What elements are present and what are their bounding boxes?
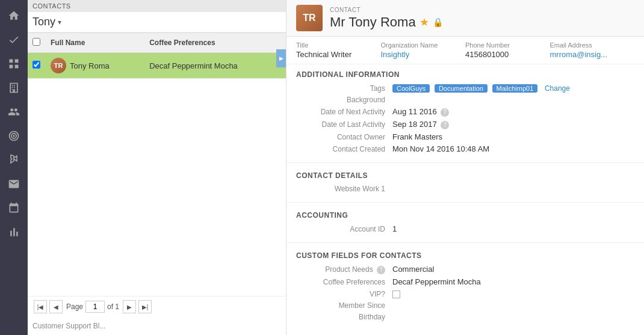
website-row: Website Work 1 xyxy=(296,185,634,193)
vip-row: VIP? xyxy=(296,289,634,298)
check-icon[interactable] xyxy=(3,29,25,51)
phone-value: 4156801000 xyxy=(465,50,550,59)
contact-created-label: Contact Created xyxy=(296,145,392,153)
list-title: Tony xyxy=(33,16,55,28)
contact-created-row: Contact Created Mon Nov 14 2016 10:48 AM xyxy=(296,144,634,153)
account-id-value: 1 xyxy=(392,224,634,233)
contact-full-name-detail: Mr Tony Roma xyxy=(330,14,416,30)
of-label: of 1 xyxy=(107,303,119,311)
title-value: Technical Writer xyxy=(296,50,381,59)
full-name-header: Full Name xyxy=(46,33,144,53)
target-icon[interactable] xyxy=(3,125,25,147)
bottom-links: Customer Support Bl... xyxy=(28,317,286,335)
chart-icon[interactable] xyxy=(3,221,25,243)
contacts-table-wrapper: Full Name Coffee Preferences TR Tony Rom… xyxy=(28,32,286,296)
last-page-button[interactable]: ▶| xyxy=(138,300,152,313)
contact-header-info: CONTACT Mr Tony Roma ★ 🔒 xyxy=(330,7,443,30)
accounting-section: ACCOUNTING Account ID 1 xyxy=(286,205,644,240)
row-checkbox[interactable] xyxy=(33,61,40,69)
list-title-row: Tony ▾ xyxy=(28,12,286,32)
tool-icon[interactable] xyxy=(3,149,25,171)
accounting-title: ACCOUNTING xyxy=(296,211,634,220)
select-all-checkbox[interactable] xyxy=(33,38,40,46)
avatar: TR xyxy=(51,58,66,73)
calendar-icon[interactable] xyxy=(3,197,25,219)
org-value[interactable]: Insightly xyxy=(381,50,466,59)
website-label: Website Work 1 xyxy=(296,185,392,193)
tag-mailchimp[interactable]: Mailchimp01 xyxy=(492,84,538,93)
contact-details-title: CONTACT DETAILS xyxy=(296,171,634,180)
product-needs-value: Commercial xyxy=(392,265,634,274)
next-activity-label: Date of Next Activity xyxy=(296,108,392,116)
coffee-preferences-label: Coffee Preferences xyxy=(296,278,392,286)
avatar-name-cell[interactable]: TR Tony Roma xyxy=(46,53,144,78)
table-header-row: Full Name Coffee Preferences xyxy=(28,33,286,53)
birthday-row: Birthday xyxy=(296,313,634,321)
grid-icon[interactable] xyxy=(3,53,25,75)
account-id-label: Account ID xyxy=(296,225,392,233)
account-id-row: Account ID 1 xyxy=(296,224,634,233)
pagination: |◀ ◀ Page of 1 ▶ ▶| xyxy=(28,296,286,317)
background-label: Background xyxy=(296,96,392,104)
home-icon[interactable] xyxy=(3,5,25,26)
org-field: Organization Name Insightly xyxy=(381,41,466,59)
tags-value: CoolGuys Documentation Mailchimp01 Chang… xyxy=(392,84,634,93)
additional-info-section: ADDITIONAL INFORMATION Tags CoolGuys Doc… xyxy=(286,64,644,160)
next-page-button[interactable]: ▶ xyxy=(123,300,136,313)
row-checkbox-cell[interactable] xyxy=(28,53,46,79)
page-number-input[interactable] xyxy=(85,301,105,313)
next-activity-value: Aug 11 2016 ? xyxy=(392,107,634,117)
contact-owner-value: Frank Masters xyxy=(392,132,634,141)
org-label: Organization Name xyxy=(381,41,466,49)
coffee-preferences-row: Coffee Preferences Decaf Peppermint Moch… xyxy=(296,277,634,286)
contact-owner-row: Contact Owner Frank Masters xyxy=(296,132,634,141)
background-row: Background xyxy=(296,96,634,104)
star-icon[interactable]: ★ xyxy=(420,16,429,29)
title-label: Title xyxy=(296,41,381,49)
contact-avatar: TR xyxy=(296,5,323,31)
mail-icon[interactable] xyxy=(3,173,25,195)
coffee-preferences-cell: Decaf Peppermint Mocha xyxy=(144,53,286,79)
expand-column-button[interactable]: ▶ xyxy=(276,49,286,67)
tags-change-button[interactable]: Change xyxy=(545,84,570,93)
product-needs-help-icon[interactable]: ? xyxy=(377,266,385,274)
select-all-checkbox-header[interactable] xyxy=(28,33,46,53)
page-label: Page xyxy=(66,303,83,311)
last-activity-help-icon[interactable]: ? xyxy=(441,121,449,129)
dropdown-arrow[interactable]: ▾ xyxy=(58,18,61,26)
email-field: Email Address mrroma@insig... xyxy=(550,41,635,59)
tag-documentation[interactable]: Documentation xyxy=(435,84,488,93)
contact-created-value: Mon Nov 14 2016 10:48 AM xyxy=(392,144,634,153)
member-since-label: Member Since xyxy=(296,301,392,310)
next-activity-help-icon[interactable]: ? xyxy=(441,108,449,117)
last-activity-label: Date of Last Activity xyxy=(296,120,392,129)
last-activity-value: Sep 18 2017 ? xyxy=(392,120,634,129)
contact-full-name: Tony Roma xyxy=(70,61,110,70)
vip-label: VIP? xyxy=(296,290,392,298)
list-panel: CONTACTS Tony ▾ Full Name Coffee Prefere… xyxy=(28,0,286,335)
prev-page-button[interactable]: ◀ xyxy=(49,300,63,313)
phone-field: Phone Number 4156801000 xyxy=(465,41,550,59)
first-page-button[interactable]: |◀ xyxy=(34,300,47,313)
custom-fields-title: CUSTOM FIELDS FOR CONTACTS xyxy=(296,251,634,260)
contact-details-section: CONTACT DETAILS Website Work 1 xyxy=(286,165,644,200)
contact-header: TR CONTACT Mr Tony Roma ★ 🔒 xyxy=(286,0,644,37)
contact-label: CONTACT xyxy=(330,7,443,13)
last-activity-row: Date of Last Activity Sep 18 2017 ? xyxy=(296,120,634,129)
tag-coolguys[interactable]: CoolGuys xyxy=(392,84,430,93)
vip-value xyxy=(392,289,634,298)
building-icon[interactable] xyxy=(3,77,25,99)
coffee-preferences-value: Decaf Peppermint Mocha xyxy=(392,277,634,286)
member-since-row: Member Since xyxy=(296,301,634,310)
divider-2 xyxy=(286,202,644,203)
sidebar xyxy=(0,0,28,335)
contact-name-row: Mr Tony Roma ★ 🔒 xyxy=(330,14,443,30)
contact-owner-label: Contact Owner xyxy=(296,133,392,141)
table-row[interactable]: TR Tony Roma Decaf Peppermint Mocha xyxy=(28,53,286,79)
people-icon[interactable] xyxy=(3,101,25,123)
email-value[interactable]: mrroma@insig... xyxy=(550,50,635,59)
additional-info-title: ADDITIONAL INFORMATION xyxy=(296,70,634,79)
vip-checkbox[interactable] xyxy=(392,290,400,298)
contacts-table: Full Name Coffee Preferences TR Tony Rom… xyxy=(28,32,286,79)
svg-point-2 xyxy=(13,135,14,137)
